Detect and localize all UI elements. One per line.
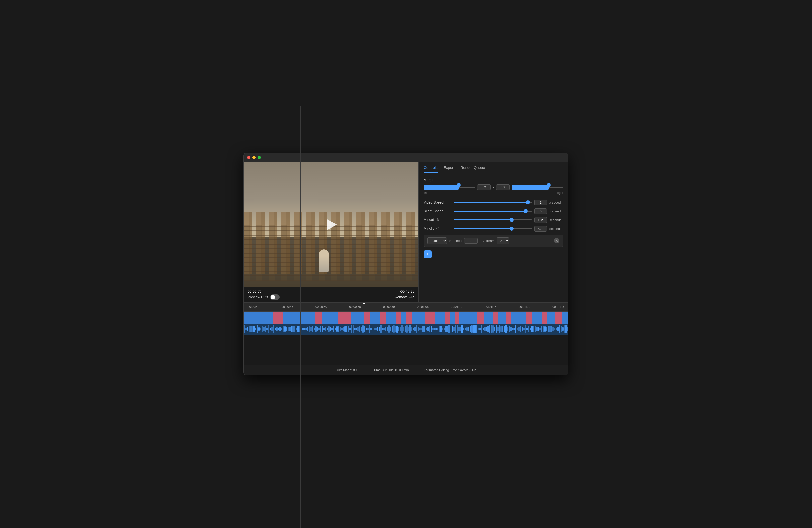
video-speed-input[interactable]: 1	[535, 200, 547, 205]
ruler-label-5: 00:01:05	[417, 305, 429, 309]
margin-right-input[interactable]: 0.2	[496, 185, 510, 190]
ruler-labels: 00:00:40 00:00:45 00:00:50 00:00:55 00:0…	[248, 305, 564, 309]
cuts-made: Cuts Made: 890	[336, 368, 359, 372]
video-preview	[244, 162, 419, 287]
ruler-label-6: 00:01:10	[451, 305, 463, 309]
ruler-label-2: 00:00:50	[316, 305, 327, 309]
stream-select[interactable]: 0 1	[497, 237, 509, 244]
ruler-label-1: 00:00:45	[281, 305, 293, 309]
audio-track	[244, 324, 568, 335]
minclip-row: Minclip ⓘ 0.1 seconds	[424, 226, 563, 232]
remove-file-link[interactable]: Remove File	[395, 295, 415, 299]
margin-left-input[interactable]: 0.2	[477, 185, 491, 190]
playhead-marker	[364, 303, 364, 311]
play-button[interactable]	[244, 162, 419, 287]
mincut-unit: seconds	[550, 218, 563, 222]
track-area	[244, 312, 568, 335]
tab-export[interactable]: Export	[444, 165, 454, 173]
timeline-empty	[244, 335, 568, 365]
traffic-lights	[247, 156, 261, 159]
timeline-section: 00:00:40 00:00:45 00:00:50 00:00:55 00:0…	[244, 303, 568, 375]
ruler-label-7: 00:01:15	[485, 305, 496, 309]
preview-cuts-row: Preview Cuts Remove File	[248, 294, 415, 300]
minclip-unit: seconds	[550, 227, 563, 231]
threshold-label: threshold	[449, 239, 462, 243]
tabs-row: Controls Export Render Queue	[419, 162, 568, 173]
threshold-row: audio motion threshold -28 dB stream 0 1…	[424, 235, 563, 247]
waveform	[244, 324, 568, 335]
threshold-remove-button[interactable]: ✕	[554, 238, 560, 244]
video-container	[244, 162, 419, 287]
ruler-label-4: 00:00:59	[383, 305, 395, 309]
margin-labels: left right	[424, 191, 563, 195]
close-button[interactable]	[247, 156, 250, 159]
mincut-input[interactable]: 0.2	[535, 217, 547, 223]
minclip-label: Minclip ⓘ	[424, 226, 451, 231]
margin-label: Margin	[424, 178, 563, 182]
margin-section: Margin 0.2 s 0.2	[424, 178, 563, 195]
mincut-row: Mincut ⓘ 0.2 seconds	[424, 217, 563, 223]
app-window: 00:00:55 -00:48:38 Preview Cuts Remove F…	[244, 153, 568, 376]
status-bar: Cuts Made: 890 Time Cut Out: 15.00 min E…	[244, 365, 568, 375]
silent-speed-label: Silent Speed	[424, 209, 451, 213]
minclip-slider[interactable]	[454, 226, 532, 231]
main-area: 00:00:55 -00:48:38 Preview Cuts Remove F…	[244, 162, 568, 303]
video-speed-unit: x speed	[550, 201, 563, 205]
minclip-input[interactable]: 0.1	[535, 226, 547, 232]
margin-right-label: right	[557, 191, 563, 195]
mincut-label: Mincut ⓘ	[424, 218, 451, 222]
status-divider-left	[301, 153, 301, 376]
silent-speed-unit: x speed	[550, 209, 563, 213]
ruler-label-9: 00:01:25	[552, 305, 564, 309]
right-panel: Controls Export Render Queue Margin	[419, 162, 568, 303]
editing-time-saved: Estimated Editing Time Saved: 7.4 h	[424, 368, 477, 372]
tab-render-queue[interactable]: Render Queue	[461, 165, 485, 173]
video-speed-row: Video Speed 1 x speed	[424, 200, 563, 205]
video-speed-label: Video Speed	[424, 201, 451, 205]
titlebar	[244, 153, 568, 162]
ruler-label-0: 00:00:40	[248, 305, 260, 309]
threshold-value-input[interactable]: -28	[464, 238, 478, 244]
margin-left-label: left	[424, 191, 428, 195]
minimize-button[interactable]	[252, 156, 256, 159]
margin-right-slider[interactable]	[512, 185, 563, 190]
audio-type-select[interactable]: audio motion	[427, 237, 447, 244]
margin-unit: s	[493, 186, 494, 189]
timeline-ruler[interactable]: 00:00:40 00:00:45 00:00:50 00:00:55 00:0…	[244, 303, 568, 312]
db-label: dB stream	[480, 239, 494, 243]
ruler-label-3: 00:00:55	[349, 305, 361, 309]
add-condition-button[interactable]: +	[424, 250, 432, 259]
remaining-time: -00:48:38	[400, 290, 415, 293]
minclip-info-icon[interactable]: ⓘ	[436, 227, 439, 231]
toggle-knob	[271, 295, 275, 299]
tab-controls[interactable]: Controls	[424, 165, 438, 173]
time-cut-out: Time Cut Out: 15.00 min	[374, 368, 409, 372]
maximize-button[interactable]	[258, 156, 261, 159]
preview-cuts-toggle[interactable]	[270, 294, 280, 300]
ruler-label-8: 00:01:20	[519, 305, 531, 309]
preview-cuts-label: Preview Cuts	[248, 295, 268, 299]
video-speed-slider[interactable]	[454, 200, 532, 205]
silent-speed-slider[interactable]	[454, 209, 532, 214]
add-icon: +	[426, 252, 429, 257]
margin-sliders: 0.2 s 0.2	[424, 185, 563, 190]
silent-speed-input[interactable]: 0	[535, 208, 547, 214]
left-panel: 00:00:55 -00:48:38 Preview Cuts Remove F…	[244, 162, 419, 303]
play-icon	[327, 219, 337, 230]
margin-left-slider[interactable]	[424, 185, 475, 190]
current-time: 00:00:55	[248, 290, 261, 293]
mincut-info-icon[interactable]: ⓘ	[436, 218, 439, 222]
video-track[interactable]	[244, 312, 568, 324]
controls-content: Margin 0.2 s 0.2	[419, 173, 568, 303]
video-controls: 00:00:55 -00:48:38 Preview Cuts Remove F…	[244, 287, 419, 303]
silent-speed-row: Silent Speed 0 x speed	[424, 208, 563, 214]
mincut-slider[interactable]	[454, 218, 532, 222]
